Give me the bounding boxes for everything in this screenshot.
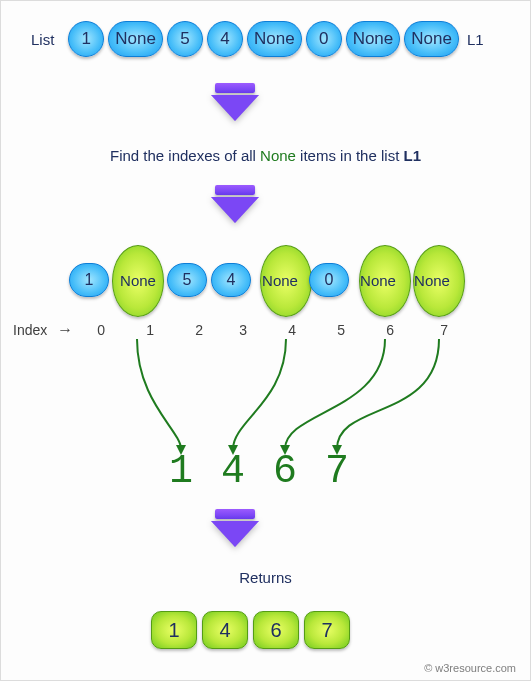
index-7: 7: [417, 322, 471, 338]
index-2: 2: [177, 322, 221, 338]
caption-text: Find the indexes of all None items in th…: [1, 147, 530, 164]
list-item-3: 4: [207, 21, 243, 57]
idx-item-0: 1: [69, 263, 109, 297]
down-arrow-2: [211, 185, 259, 225]
caption-post: items in the list: [296, 147, 404, 164]
top-list-row: List 1 None 5 4 None 0 None None L1: [31, 21, 484, 57]
down-arrow-3: [211, 509, 259, 549]
idx-item-1: None: [113, 263, 163, 297]
returns-label: Returns: [1, 569, 530, 586]
idx-item-3: 4: [211, 263, 251, 297]
result-item-3: 7: [304, 611, 350, 649]
caption-pre: Find the indexes of all: [110, 147, 260, 164]
result-item-2: 6: [253, 611, 299, 649]
down-arrow-1: [211, 83, 259, 123]
big-1: 1: [169, 449, 193, 494]
copyright: © w3resource.com: [424, 662, 516, 674]
big-6: 6: [273, 449, 297, 494]
idx-item-5: 0: [309, 263, 349, 297]
list-item-6: None: [346, 21, 401, 57]
top-pill-row: 1 None 5 4 None 0 None None: [68, 21, 459, 57]
index-1: 1: [123, 322, 177, 338]
idx-item-7: None: [407, 263, 457, 297]
list-label: List: [31, 31, 54, 48]
result-item-0: 1: [151, 611, 197, 649]
list-item-7: None: [404, 21, 459, 57]
idx-item-2: 5: [167, 263, 207, 297]
list-item-5: 0: [306, 21, 342, 57]
result-numbers: 1 4 6 7: [169, 449, 349, 494]
l1-label: L1: [467, 31, 484, 48]
index-label: Index: [13, 322, 47, 338]
list-item-4: None: [247, 21, 302, 57]
indexed-list-row: 1 None 5 4 None 0 None None: [69, 263, 479, 297]
result-box: 1 4 6 7: [151, 611, 350, 649]
list-item-2: 5: [167, 21, 203, 57]
right-arrow-icon: →: [57, 321, 73, 339]
big-7: 7: [325, 449, 349, 494]
big-4: 4: [221, 449, 245, 494]
index-5: 5: [319, 322, 363, 338]
index-3: 3: [221, 322, 265, 338]
index-6: 6: [363, 322, 417, 338]
index-row: Index → 0 1 2 3 4 5 6 7: [13, 321, 471, 339]
list-item-0: 1: [68, 21, 104, 57]
index-0: 0: [79, 322, 123, 338]
result-item-1: 4: [202, 611, 248, 649]
caption-none: None: [260, 147, 296, 164]
idx-item-4: None: [255, 263, 305, 297]
caption-l1: L1: [403, 147, 421, 164]
index-4: 4: [265, 322, 319, 338]
idx-item-6: None: [353, 263, 403, 297]
list-item-1: None: [108, 21, 163, 57]
